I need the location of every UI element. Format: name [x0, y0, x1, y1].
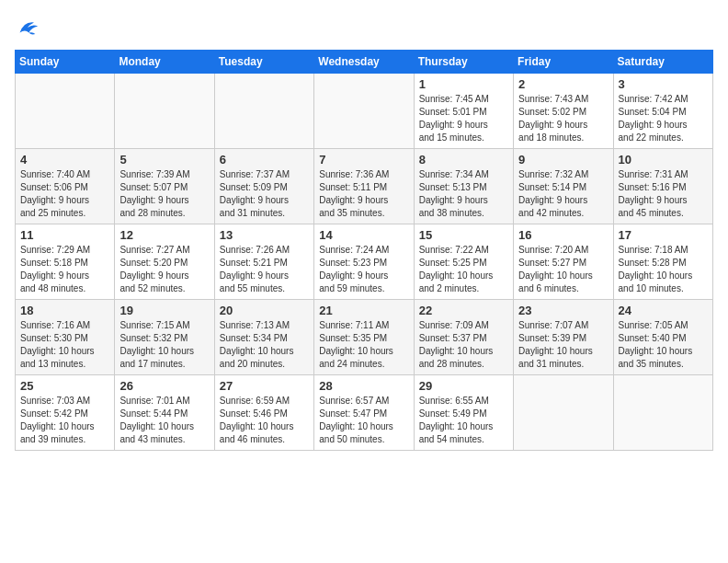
day-info: Sunrise: 7:37 AM Sunset: 5:09 PM Dayligh… — [220, 168, 309, 220]
day-number: 14 — [319, 228, 408, 242]
calendar-day-cell: 7Sunrise: 7:36 AM Sunset: 5:11 PM Daylig… — [314, 149, 414, 224]
calendar-week-row: 1Sunrise: 7:45 AM Sunset: 5:01 PM Daylig… — [16, 74, 713, 149]
day-of-week-header: Thursday — [414, 51, 513, 74]
day-number: 11 — [20, 228, 109, 242]
day-number: 20 — [220, 304, 309, 317]
day-info: Sunrise: 6:57 AM Sunset: 5:47 PM Dayligh… — [319, 395, 408, 446]
day-number: 28 — [319, 379, 408, 393]
calendar-day-cell: 23Sunrise: 7:07 AM Sunset: 5:39 PM Dayli… — [514, 300, 613, 375]
calendar-day-cell: 11Sunrise: 7:29 AM Sunset: 5:18 PM Dayli… — [16, 224, 115, 300]
day-of-week-header: Tuesday — [214, 51, 313, 74]
calendar-day-cell: 8Sunrise: 7:34 AM Sunset: 5:13 PM Daylig… — [414, 149, 513, 224]
page-header — [15, 15, 713, 40]
calendar-day-cell: 20Sunrise: 7:13 AM Sunset: 5:34 PM Dayli… — [214, 300, 313, 375]
calendar-day-cell: 17Sunrise: 7:18 AM Sunset: 5:28 PM Dayli… — [613, 224, 712, 300]
calendar-day-cell: 4Sunrise: 7:40 AM Sunset: 5:06 PM Daylig… — [16, 149, 115, 224]
calendar-day-cell — [613, 375, 712, 451]
calendar-day-cell: 22Sunrise: 7:09 AM Sunset: 5:37 PM Dayli… — [414, 300, 513, 375]
day-number: 29 — [419, 379, 508, 393]
logo — [15, 15, 44, 40]
day-info: Sunrise: 7:24 AM Sunset: 5:23 PM Dayligh… — [319, 244, 408, 295]
calendar-day-cell — [514, 375, 613, 451]
day-number: 5 — [119, 153, 209, 167]
day-of-week-header: Monday — [115, 51, 214, 74]
calendar-day-cell — [115, 74, 214, 149]
day-number: 17 — [619, 228, 708, 242]
day-of-week-header: Saturday — [613, 51, 712, 74]
day-info: Sunrise: 7:29 AM Sunset: 5:18 PM Dayligh… — [20, 244, 109, 295]
day-number: 24 — [619, 304, 708, 317]
day-info: Sunrise: 7:15 AM Sunset: 5:32 PM Dayligh… — [119, 319, 209, 371]
day-info: Sunrise: 7:39 AM Sunset: 5:07 PM Dayligh… — [119, 168, 209, 220]
calendar-week-row: 4Sunrise: 7:40 AM Sunset: 5:06 PM Daylig… — [16, 149, 713, 224]
calendar-week-row: 18Sunrise: 7:16 AM Sunset: 5:30 PM Dayli… — [16, 300, 713, 375]
day-info: Sunrise: 7:32 AM Sunset: 5:14 PM Dayligh… — [518, 168, 608, 220]
calendar-week-row: 25Sunrise: 7:03 AM Sunset: 5:42 PM Dayli… — [16, 375, 713, 451]
day-info: Sunrise: 7:45 AM Sunset: 5:01 PM Dayligh… — [419, 93, 508, 144]
calendar-day-cell: 10Sunrise: 7:31 AM Sunset: 5:16 PM Dayli… — [613, 149, 712, 224]
day-info: Sunrise: 7:07 AM Sunset: 5:39 PM Dayligh… — [518, 319, 608, 371]
calendar-table: SundayMondayTuesdayWednesdayThursdayFrid… — [15, 50, 713, 451]
day-number: 7 — [319, 153, 408, 167]
day-info: Sunrise: 6:55 AM Sunset: 5:49 PM Dayligh… — [419, 395, 508, 446]
calendar-day-cell: 18Sunrise: 7:16 AM Sunset: 5:30 PM Dayli… — [16, 300, 115, 375]
day-number: 13 — [220, 228, 309, 242]
day-info: Sunrise: 7:03 AM Sunset: 5:42 PM Dayligh… — [20, 395, 109, 446]
calendar-day-cell: 24Sunrise: 7:05 AM Sunset: 5:40 PM Dayli… — [613, 300, 712, 375]
day-info: Sunrise: 7:20 AM Sunset: 5:27 PM Dayligh… — [518, 244, 608, 295]
day-number: 12 — [119, 228, 209, 242]
calendar-header: SundayMondayTuesdayWednesdayThursdayFrid… — [16, 51, 713, 74]
day-info: Sunrise: 7:01 AM Sunset: 5:44 PM Dayligh… — [119, 395, 209, 446]
calendar-day-cell: 27Sunrise: 6:59 AM Sunset: 5:46 PM Dayli… — [214, 375, 313, 451]
day-info: Sunrise: 7:43 AM Sunset: 5:02 PM Dayligh… — [518, 93, 608, 144]
calendar-day-cell: 12Sunrise: 7:27 AM Sunset: 5:20 PM Dayli… — [115, 224, 214, 300]
day-info: Sunrise: 7:05 AM Sunset: 5:40 PM Dayligh… — [619, 319, 708, 371]
day-info: Sunrise: 7:16 AM Sunset: 5:30 PM Dayligh… — [20, 319, 109, 371]
day-info: Sunrise: 7:18 AM Sunset: 5:28 PM Dayligh… — [619, 244, 708, 295]
day-number: 9 — [518, 153, 608, 167]
calendar-day-cell: 9Sunrise: 7:32 AM Sunset: 5:14 PM Daylig… — [514, 149, 613, 224]
calendar-day-cell: 16Sunrise: 7:20 AM Sunset: 5:27 PM Dayli… — [514, 224, 613, 300]
calendar-week-row: 11Sunrise: 7:29 AM Sunset: 5:18 PM Dayli… — [16, 224, 713, 300]
calendar-day-cell: 13Sunrise: 7:26 AM Sunset: 5:21 PM Dayli… — [214, 224, 313, 300]
calendar-day-cell: 14Sunrise: 7:24 AM Sunset: 5:23 PM Dayli… — [314, 224, 414, 300]
day-of-week-header: Wednesday — [314, 51, 414, 74]
day-number: 4 — [20, 153, 109, 167]
day-number: 25 — [20, 379, 109, 393]
day-info: Sunrise: 7:31 AM Sunset: 5:16 PM Dayligh… — [619, 168, 708, 220]
calendar-day-cell: 1Sunrise: 7:45 AM Sunset: 5:01 PM Daylig… — [414, 74, 513, 149]
day-of-week-header: Friday — [514, 51, 613, 74]
day-number: 8 — [419, 153, 508, 167]
day-info: Sunrise: 7:40 AM Sunset: 5:06 PM Dayligh… — [20, 168, 109, 220]
calendar-day-cell: 19Sunrise: 7:15 AM Sunset: 5:32 PM Dayli… — [115, 300, 214, 375]
day-number: 19 — [119, 304, 209, 317]
day-number: 16 — [518, 228, 608, 242]
day-number: 3 — [619, 77, 708, 91]
day-number: 6 — [220, 153, 309, 167]
day-number: 23 — [518, 304, 608, 317]
day-number: 10 — [619, 153, 708, 167]
day-number: 22 — [419, 304, 508, 317]
day-number: 18 — [20, 304, 109, 317]
day-info: Sunrise: 7:13 AM Sunset: 5:34 PM Dayligh… — [220, 319, 309, 371]
day-of-week-header: Sunday — [16, 51, 115, 74]
day-info: Sunrise: 6:59 AM Sunset: 5:46 PM Dayligh… — [220, 395, 309, 446]
days-of-week-row: SundayMondayTuesdayWednesdayThursdayFrid… — [16, 51, 713, 74]
calendar-body: 1Sunrise: 7:45 AM Sunset: 5:01 PM Daylig… — [16, 74, 713, 451]
day-number: 2 — [518, 77, 608, 91]
calendar-day-cell: 6Sunrise: 7:37 AM Sunset: 5:09 PM Daylig… — [214, 149, 313, 224]
calendar-day-cell: 29Sunrise: 6:55 AM Sunset: 5:49 PM Dayli… — [414, 375, 513, 451]
calendar-day-cell — [214, 74, 313, 149]
day-info: Sunrise: 7:11 AM Sunset: 5:35 PM Dayligh… — [319, 319, 408, 371]
day-info: Sunrise: 7:42 AM Sunset: 5:04 PM Dayligh… — [619, 93, 708, 144]
day-number: 21 — [319, 304, 408, 317]
calendar-day-cell — [314, 74, 414, 149]
calendar-day-cell: 25Sunrise: 7:03 AM Sunset: 5:42 PM Dayli… — [16, 375, 115, 451]
calendar-day-cell: 21Sunrise: 7:11 AM Sunset: 5:35 PM Dayli… — [314, 300, 414, 375]
calendar-day-cell: 26Sunrise: 7:01 AM Sunset: 5:44 PM Dayli… — [115, 375, 214, 451]
calendar-day-cell: 2Sunrise: 7:43 AM Sunset: 5:02 PM Daylig… — [514, 74, 613, 149]
day-info: Sunrise: 7:34 AM Sunset: 5:13 PM Dayligh… — [419, 168, 508, 220]
day-info: Sunrise: 7:27 AM Sunset: 5:20 PM Dayligh… — [119, 244, 209, 295]
day-info: Sunrise: 7:09 AM Sunset: 5:37 PM Dayligh… — [419, 319, 508, 371]
calendar-day-cell — [16, 74, 115, 149]
